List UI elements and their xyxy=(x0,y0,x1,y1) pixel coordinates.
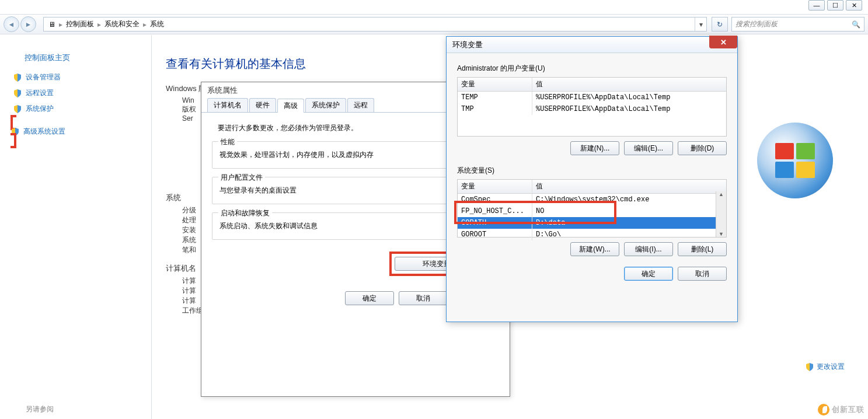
sidebar-item-remote-settings[interactable]: 远程设置 xyxy=(13,88,151,98)
window-close-button[interactable]: ✕ xyxy=(846,0,862,11)
right-info-panel: 更改设置 xyxy=(745,123,845,372)
watermark-logo-icon xyxy=(818,404,829,415)
env-dialog-title: 环境变量 ✕ xyxy=(447,37,737,53)
sidebar-item-label: 高级系统设置 xyxy=(23,127,65,137)
window-maximize-button[interactable]: ☐ xyxy=(827,0,843,11)
watermark: 创新互联 xyxy=(818,404,864,415)
system-edit-button[interactable]: 编辑(I)... xyxy=(624,242,673,256)
breadcrumb-system[interactable]: 系统 xyxy=(148,19,166,29)
windows-logo-icon xyxy=(757,123,833,198)
user-vars-section-title: Administrator 的用户变量(U) xyxy=(457,64,727,74)
scrollbar[interactable] xyxy=(716,191,726,237)
table-row-selected[interactable]: GOPATH D:\data xyxy=(458,217,726,229)
shield-icon xyxy=(13,73,22,82)
highlight-box: 高级系统设置 xyxy=(11,115,151,148)
sidebar-see-also: 另请参阅 xyxy=(26,404,54,414)
cancel-button[interactable]: 取消 xyxy=(399,291,448,305)
group-title: 性能 xyxy=(218,137,237,147)
sidebar-item-device-manager[interactable]: 设备管理器 xyxy=(13,72,151,82)
table-row[interactable]: GOROOT D:\Go\ xyxy=(458,229,726,240)
user-vars-table[interactable]: 变量 值 TEMP %USERPROFILE%\AppData\Local\Te… xyxy=(457,77,727,137)
table-row[interactable]: FP_NO_HOST_C... NO xyxy=(458,205,726,217)
shield-icon xyxy=(805,362,814,372)
system-delete-button[interactable]: 删除(L) xyxy=(678,242,727,256)
user-new-button[interactable]: 新建(N)... xyxy=(570,141,619,155)
shield-icon xyxy=(11,127,20,137)
table-row[interactable]: TMP %USERPROFILE%\AppData\Local\Temp xyxy=(458,103,726,115)
search-input[interactable]: 搜索控制面板 🔍 xyxy=(731,17,864,32)
tab-computer-name[interactable]: 计算机名 xyxy=(207,98,248,112)
nav-forward-button[interactable]: ► xyxy=(20,16,36,32)
change-settings-link[interactable]: 更改设置 xyxy=(745,362,845,372)
search-placeholder: 搜索控制面板 xyxy=(735,19,778,29)
system-vars-table[interactable]: 变量 值 ComSpec C:\Windows\system32\cmd.exe… xyxy=(457,179,727,238)
env-ok-button[interactable]: 确定 xyxy=(624,267,673,281)
table-row[interactable]: TEMP %USERPROFILE%\AppData\Local\Temp xyxy=(458,92,726,103)
search-icon[interactable]: 🔍 xyxy=(852,20,860,29)
sidebar-item-label: 系统保护 xyxy=(26,104,54,114)
close-button[interactable]: ✕ xyxy=(709,36,737,48)
system-vars-section-title: 系统变量(S) xyxy=(457,166,727,176)
environment-variables-dialog: 环境变量 ✕ Administrator 的用户变量(U) 变量 值 TEMP … xyxy=(446,36,738,322)
tab-remote[interactable]: 远程 xyxy=(347,98,374,112)
sidebar-item-label: 设备管理器 xyxy=(26,72,61,82)
system-new-button[interactable]: 新建(W)... xyxy=(570,242,619,256)
tab-advanced[interactable]: 高级 xyxy=(277,99,304,113)
breadcrumb-system-security[interactable]: 系统和安全 xyxy=(102,19,142,29)
group-title: 用户配置文件 xyxy=(218,173,265,183)
breadcrumb-control-panel[interactable]: 控制面板 xyxy=(64,19,96,29)
env-cancel-button[interactable]: 取消 xyxy=(678,267,727,281)
table-row[interactable]: ComSpec C:\Windows\system32\cmd.exe xyxy=(458,194,726,205)
tab-system-protection[interactable]: 系统保护 xyxy=(305,98,346,112)
tab-hardware[interactable]: 硬件 xyxy=(249,98,276,112)
nav-back-button[interactable]: ◄ xyxy=(4,16,19,32)
refresh-button[interactable]: ↻ xyxy=(712,17,728,32)
breadcrumb-root-icon[interactable]: 🖥 xyxy=(46,20,58,29)
sidebar: 控制面板主页 设备管理器 远程设置 系统保护 高级系统设置 另请参阅 xyxy=(0,35,152,419)
breadcrumb-dropdown-icon[interactable]: ▾ xyxy=(695,18,706,31)
group-title: 启动和故障恢复 xyxy=(218,208,272,218)
column-header-value[interactable]: 值 xyxy=(532,180,726,193)
column-header-value[interactable]: 值 xyxy=(532,78,726,91)
navigation-bar: ◄ ► 🖥 ▸ 控制面板 ▸ 系统和安全 ▸ 系统 ▾ ↻ 搜索控制面板 🔍 xyxy=(0,14,868,34)
ok-button[interactable]: 确定 xyxy=(345,291,394,305)
shield-icon xyxy=(13,89,22,98)
column-header-variable[interactable]: 变量 xyxy=(458,180,532,193)
sidebar-item-label: 远程设置 xyxy=(26,88,54,98)
user-edit-button[interactable]: 编辑(E)... xyxy=(624,141,673,155)
sidebar-item-advanced-system-settings[interactable]: 高级系统设置 xyxy=(11,127,151,137)
breadcrumb-addressbar[interactable]: 🖥 ▸ 控制面板 ▸ 系统和安全 ▸ 系统 ▾ xyxy=(43,17,707,32)
sidebar-item-system-protection[interactable]: 系统保护 xyxy=(13,104,151,114)
user-delete-button[interactable]: 删除(D) xyxy=(678,141,727,155)
column-header-variable[interactable]: 变量 xyxy=(458,78,532,91)
window-minimize-button[interactable]: — xyxy=(808,0,825,11)
shield-icon xyxy=(13,104,22,114)
sidebar-home-link[interactable]: 控制面板主页 xyxy=(25,53,151,63)
